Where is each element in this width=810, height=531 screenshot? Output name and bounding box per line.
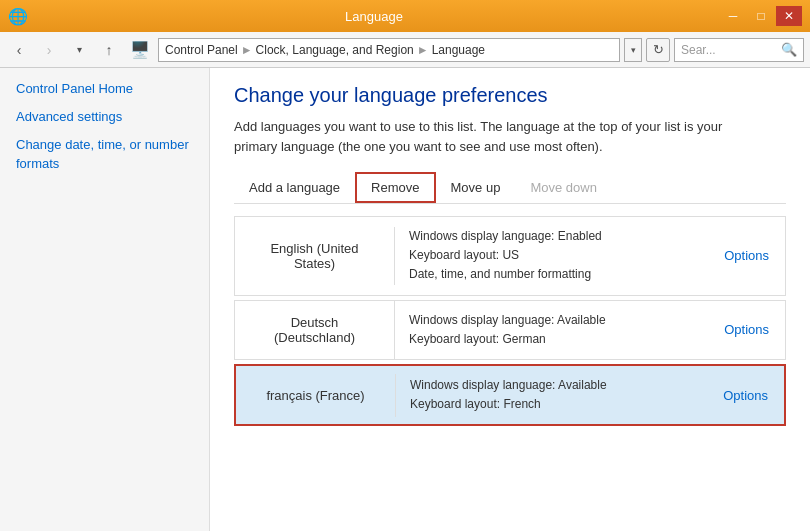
minimize-button[interactable]: ─ <box>720 6 746 26</box>
sidebar: Control Panel Home Advanced settings Cha… <box>0 68 210 531</box>
language-details-francais: Windows display language: Available Keyb… <box>396 366 707 424</box>
move-up-button[interactable]: Move up <box>436 173 516 202</box>
title-bar: 🌐 Language ─ □ ✕ <box>0 0 810 32</box>
language-list: English (United States) Windows display … <box>234 216 786 430</box>
language-name-english: English (United States) <box>235 227 395 285</box>
search-box[interactable]: Sear... 🔍 <box>674 38 804 62</box>
language-name-deutsch: Deutsch (Deutschland) <box>235 301 395 359</box>
title-bar-title: Language <box>28 9 720 24</box>
lang-detail-line3: Date, time, and number formatting <box>409 265 694 284</box>
add-language-button[interactable]: Add a language <box>234 173 355 202</box>
content-area: Change your language preferences Add lan… <box>210 68 810 531</box>
sidebar-item-home[interactable]: Control Panel Home <box>16 80 193 98</box>
folder-icon: 🖥️ <box>130 40 150 59</box>
lang-detail-line2: Keyboard layout: US <box>409 246 694 265</box>
lang-detail-francais-line2: Keyboard layout: French <box>410 395 693 414</box>
move-down-button[interactable]: Move down <box>515 173 611 202</box>
forward-button[interactable]: › <box>36 37 62 63</box>
lang-detail-line1: Windows display language: Enabled <box>409 227 694 246</box>
breadcrumb-control-panel[interactable]: Control Panel <box>165 43 238 57</box>
language-details-english: Windows display language: Enabled Keyboa… <box>395 217 708 295</box>
main-layout: Control Panel Home Advanced settings Cha… <box>0 68 810 531</box>
title-bar-controls: ─ □ ✕ <box>720 6 802 26</box>
up-button[interactable]: ↑ <box>96 37 122 63</box>
close-button[interactable]: ✕ <box>776 6 802 26</box>
refresh-button[interactable]: ↻ <box>646 38 670 62</box>
search-placeholder: Sear... <box>681 43 716 57</box>
address-path[interactable]: Control Panel ► Clock, Language, and Reg… <box>158 38 620 62</box>
dropdown-arrow-button[interactable]: ▾ <box>66 37 92 63</box>
remove-button[interactable]: Remove <box>355 172 435 203</box>
lang-detail-francais-line1: Windows display language: Available <box>410 376 693 395</box>
search-icon: 🔍 <box>781 42 797 57</box>
language-name-francais: français (France) <box>236 374 396 417</box>
breadcrumb-clock-lang[interactable]: Clock, Language, and Region <box>256 43 414 57</box>
sidebar-item-date[interactable]: Change date, time, or number formats <box>16 136 193 172</box>
options-link-francais[interactable]: Options <box>707 388 784 403</box>
back-button[interactable]: ‹ <box>6 37 32 63</box>
address-dropdown-btn[interactable]: ▾ <box>624 38 642 62</box>
title-bar-icon: 🌐 <box>8 7 28 26</box>
options-link-english[interactable]: Options <box>708 248 785 263</box>
lang-detail-deutsch-line2: Keyboard layout: German <box>409 330 694 349</box>
language-item-deutsch[interactable]: Deutsch (Deutschland) Windows display la… <box>234 300 786 360</box>
separator-2: ► <box>417 43 429 57</box>
lang-detail-deutsch-line1: Windows display language: Available <box>409 311 694 330</box>
page-title: Change your language preferences <box>234 84 786 107</box>
address-bar: ‹ › ▾ ↑ 🖥️ Control Panel ► Clock, Langua… <box>0 32 810 68</box>
breadcrumb-language[interactable]: Language <box>432 43 485 57</box>
language-toolbar: Add a language Remove Move up Move down <box>234 172 786 204</box>
language-item-francais[interactable]: français (France) Windows display langua… <box>234 364 786 426</box>
content-description: Add languages you want to use to this li… <box>234 117 754 156</box>
maximize-button[interactable]: □ <box>748 6 774 26</box>
sidebar-item-advanced[interactable]: Advanced settings <box>16 108 193 126</box>
separator-1: ► <box>241 43 253 57</box>
language-details-deutsch: Windows display language: Available Keyb… <box>395 301 708 359</box>
options-link-deutsch[interactable]: Options <box>708 322 785 337</box>
language-item-english[interactable]: English (United States) Windows display … <box>234 216 786 296</box>
